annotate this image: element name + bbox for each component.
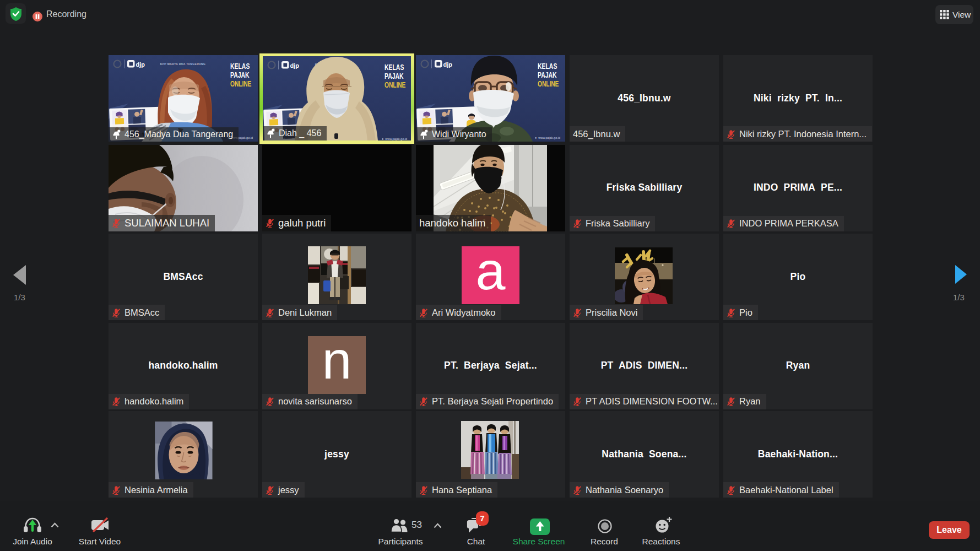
svg-text:KPP MADYA DUA TANGERANG: KPP MADYA DUA TANGERANG	[160, 62, 206, 66]
